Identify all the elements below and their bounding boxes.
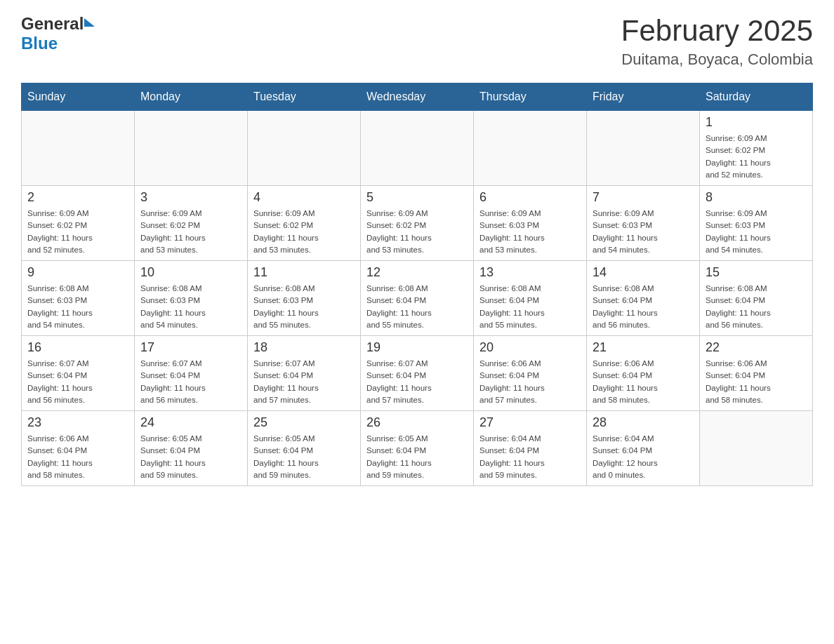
day-info: Sunrise: 6:06 AMSunset: 6:04 PMDaylight:…	[706, 358, 807, 406]
day-number: 7	[593, 190, 694, 205]
day-number: 6	[479, 190, 581, 205]
logo-triangle-icon	[84, 18, 95, 27]
calendar-cell: 17Sunrise: 6:07 AMSunset: 6:04 PMDayligh…	[135, 336, 248, 411]
day-info: Sunrise: 6:09 AMSunset: 6:03 PMDaylight:…	[706, 208, 807, 256]
day-info: Sunrise: 6:08 AMSunset: 6:04 PMDaylight:…	[366, 283, 468, 331]
day-number: 22	[706, 340, 807, 355]
day-info: Sunrise: 6:09 AMSunset: 6:02 PMDaylight:…	[366, 208, 468, 256]
calendar-cell: 1Sunrise: 6:09 AMSunset: 6:02 PMDaylight…	[700, 111, 813, 186]
day-info: Sunrise: 6:08 AMSunset: 6:04 PMDaylight:…	[706, 283, 807, 331]
day-info: Sunrise: 6:07 AMSunset: 6:04 PMDaylight:…	[253, 358, 355, 406]
day-number: 1	[706, 115, 807, 130]
calendar-cell: 8Sunrise: 6:09 AMSunset: 6:03 PMDaylight…	[700, 186, 813, 261]
calendar-cell: 13Sunrise: 6:08 AMSunset: 6:04 PMDayligh…	[474, 261, 587, 336]
calendar-cell: 20Sunrise: 6:06 AMSunset: 6:04 PMDayligh…	[474, 336, 587, 411]
day-info: Sunrise: 6:06 AMSunset: 6:04 PMDaylight:…	[593, 358, 694, 406]
header-sunday: Sunday	[22, 83, 135, 111]
logo-general-text: General	[21, 14, 84, 34]
calendar-cell: 15Sunrise: 6:08 AMSunset: 6:04 PMDayligh…	[700, 261, 813, 336]
calendar-cell: 11Sunrise: 6:08 AMSunset: 6:03 PMDayligh…	[248, 261, 361, 336]
day-number: 5	[366, 190, 468, 205]
day-number: 11	[253, 265, 355, 280]
calendar-cell: 3Sunrise: 6:09 AMSunset: 6:02 PMDaylight…	[135, 186, 248, 261]
day-number: 4	[253, 190, 355, 205]
calendar-week-row: 23Sunrise: 6:06 AMSunset: 6:04 PMDayligh…	[22, 411, 813, 486]
day-info: Sunrise: 6:06 AMSunset: 6:04 PMDaylight:…	[27, 433, 128, 481]
calendar-cell: 4Sunrise: 6:09 AMSunset: 6:02 PMDaylight…	[248, 186, 361, 261]
day-info: Sunrise: 6:06 AMSunset: 6:04 PMDaylight:…	[479, 358, 581, 406]
calendar-cell: 7Sunrise: 6:09 AMSunset: 6:03 PMDaylight…	[587, 186, 700, 261]
day-number: 17	[140, 340, 241, 355]
day-number: 10	[140, 265, 241, 280]
calendar-cell: 16Sunrise: 6:07 AMSunset: 6:04 PMDayligh…	[22, 336, 135, 411]
logo: General Blue	[21, 14, 95, 53]
calendar-cell: 19Sunrise: 6:07 AMSunset: 6:04 PMDayligh…	[361, 336, 474, 411]
day-number: 26	[366, 415, 468, 430]
calendar-cell: 23Sunrise: 6:06 AMSunset: 6:04 PMDayligh…	[22, 411, 135, 486]
day-number: 28	[593, 415, 694, 430]
calendar-cell	[700, 411, 813, 486]
day-number: 15	[706, 265, 807, 280]
calendar-cell	[248, 111, 361, 186]
day-number: 3	[140, 190, 241, 205]
calendar-cell	[587, 111, 700, 186]
day-info: Sunrise: 6:08 AMSunset: 6:03 PMDaylight:…	[253, 283, 355, 331]
day-info: Sunrise: 6:07 AMSunset: 6:04 PMDaylight:…	[366, 358, 468, 406]
day-number: 8	[706, 190, 807, 205]
page-header: General Blue February 2025 Duitama, Boya…	[21, 14, 813, 69]
day-number: 16	[27, 340, 128, 355]
calendar-cell: 5Sunrise: 6:09 AMSunset: 6:02 PMDaylight…	[361, 186, 474, 261]
day-number: 20	[479, 340, 581, 355]
day-number: 27	[479, 415, 581, 430]
day-info: Sunrise: 6:07 AMSunset: 6:04 PMDaylight:…	[140, 358, 241, 406]
day-number: 18	[253, 340, 355, 355]
calendar-cell: 27Sunrise: 6:04 AMSunset: 6:04 PMDayligh…	[474, 411, 587, 486]
day-info: Sunrise: 6:09 AMSunset: 6:03 PMDaylight:…	[479, 208, 581, 256]
calendar-table: Sunday Monday Tuesday Wednesday Thursday…	[21, 83, 813, 486]
calendar-week-row: 2Sunrise: 6:09 AMSunset: 6:02 PMDaylight…	[22, 186, 813, 261]
calendar-cell: 26Sunrise: 6:05 AMSunset: 6:04 PMDayligh…	[361, 411, 474, 486]
calendar-title-section: February 2025 Duitama, Boyaca, Colombia	[621, 14, 813, 69]
day-number: 14	[593, 265, 694, 280]
day-info: Sunrise: 6:09 AMSunset: 6:03 PMDaylight:…	[593, 208, 694, 256]
day-number: 19	[366, 340, 468, 355]
day-info: Sunrise: 6:09 AMSunset: 6:02 PMDaylight:…	[140, 208, 241, 256]
calendar-cell: 10Sunrise: 6:08 AMSunset: 6:03 PMDayligh…	[135, 261, 248, 336]
day-info: Sunrise: 6:08 AMSunset: 6:03 PMDaylight:…	[140, 283, 241, 331]
calendar-cell	[22, 111, 135, 186]
calendar-header-row: Sunday Monday Tuesday Wednesday Thursday…	[22, 83, 813, 111]
calendar-week-row: 9Sunrise: 6:08 AMSunset: 6:03 PMDaylight…	[22, 261, 813, 336]
calendar-subtitle: Duitama, Boyaca, Colombia	[621, 51, 813, 69]
day-number: 12	[366, 265, 468, 280]
calendar-cell: 28Sunrise: 6:04 AMSunset: 6:04 PMDayligh…	[587, 411, 700, 486]
logo-blue-text: Blue	[21, 34, 58, 53]
calendar-cell: 2Sunrise: 6:09 AMSunset: 6:02 PMDaylight…	[22, 186, 135, 261]
day-info: Sunrise: 6:09 AMSunset: 6:02 PMDaylight:…	[27, 208, 128, 256]
calendar-cell: 9Sunrise: 6:08 AMSunset: 6:03 PMDaylight…	[22, 261, 135, 336]
day-number: 2	[27, 190, 128, 205]
day-number: 13	[479, 265, 581, 280]
day-info: Sunrise: 6:09 AMSunset: 6:02 PMDaylight:…	[253, 208, 355, 256]
header-saturday: Saturday	[700, 83, 813, 111]
day-info: Sunrise: 6:05 AMSunset: 6:04 PMDaylight:…	[253, 433, 355, 481]
calendar-week-row: 16Sunrise: 6:07 AMSunset: 6:04 PMDayligh…	[22, 336, 813, 411]
calendar-cell: 18Sunrise: 6:07 AMSunset: 6:04 PMDayligh…	[248, 336, 361, 411]
day-info: Sunrise: 6:04 AMSunset: 6:04 PMDaylight:…	[593, 433, 694, 481]
day-info: Sunrise: 6:08 AMSunset: 6:04 PMDaylight:…	[593, 283, 694, 331]
day-info: Sunrise: 6:08 AMSunset: 6:03 PMDaylight:…	[27, 283, 128, 331]
calendar-cell	[474, 111, 587, 186]
header-wednesday: Wednesday	[361, 83, 474, 111]
day-info: Sunrise: 6:05 AMSunset: 6:04 PMDaylight:…	[140, 433, 241, 481]
day-info: Sunrise: 6:08 AMSunset: 6:04 PMDaylight:…	[479, 283, 581, 331]
calendar-cell: 24Sunrise: 6:05 AMSunset: 6:04 PMDayligh…	[135, 411, 248, 486]
day-info: Sunrise: 6:09 AMSunset: 6:02 PMDaylight:…	[706, 133, 807, 181]
calendar-cell	[361, 111, 474, 186]
day-info: Sunrise: 6:07 AMSunset: 6:04 PMDaylight:…	[27, 358, 128, 406]
day-number: 25	[253, 415, 355, 430]
header-monday: Monday	[135, 83, 248, 111]
header-friday: Friday	[587, 83, 700, 111]
calendar-title: February 2025	[621, 14, 813, 48]
day-info: Sunrise: 6:04 AMSunset: 6:04 PMDaylight:…	[479, 433, 581, 481]
day-number: 9	[27, 265, 128, 280]
header-thursday: Thursday	[474, 83, 587, 111]
